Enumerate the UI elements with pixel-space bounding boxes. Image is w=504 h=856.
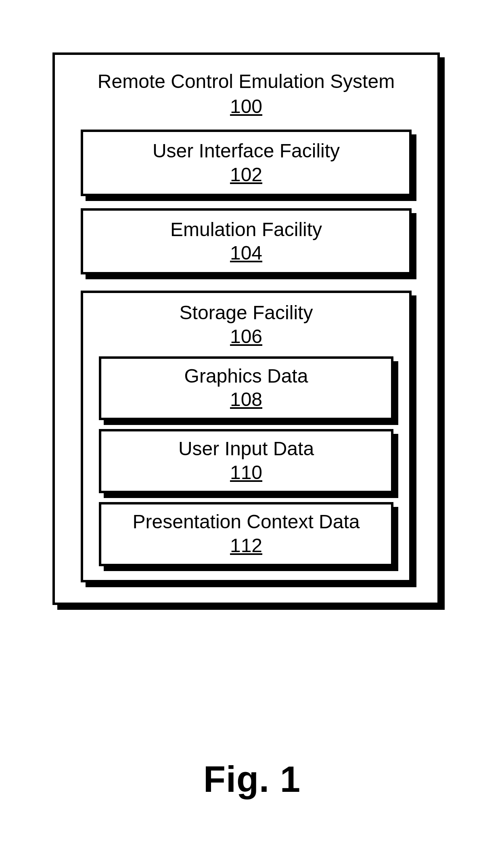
system-box: Remote Control Emulation System 100 User… [52,52,440,605]
block-ref: 104 [87,242,405,264]
block-user-interface: User Interface Facility 102 [81,130,412,196]
system-ref: 100 [75,95,417,117]
block-user-input-data: User Input Data 110 [99,429,393,493]
item-ref: 110 [105,461,388,483]
block-presentation-context-data: Presentation Context Data 112 [99,502,393,566]
storage-ref: 106 [95,325,397,347]
item-title: User Input Data [105,437,388,460]
item-ref: 112 [105,534,388,557]
diagram-canvas: Remote Control Emulation System 100 User… [52,52,452,605]
block-ref: 102 [87,163,405,186]
item-title: Presentation Context Data [105,510,388,534]
block-graphics-data: Graphics Data 108 [99,356,393,421]
block-title: Emulation Facility [87,218,405,241]
item-title: Graphics Data [105,364,388,388]
item-ref: 108 [105,388,388,410]
storage-title: Storage Facility [95,301,397,324]
block-storage: Storage Facility 106 Graphics Data 108 U… [81,291,412,582]
block-title: User Interface Facility [87,139,405,163]
figure-caption: Fig. 1 [0,759,504,800]
block-emulation: Emulation Facility 104 [81,208,412,275]
system-title: Remote Control Emulation System [75,69,417,94]
